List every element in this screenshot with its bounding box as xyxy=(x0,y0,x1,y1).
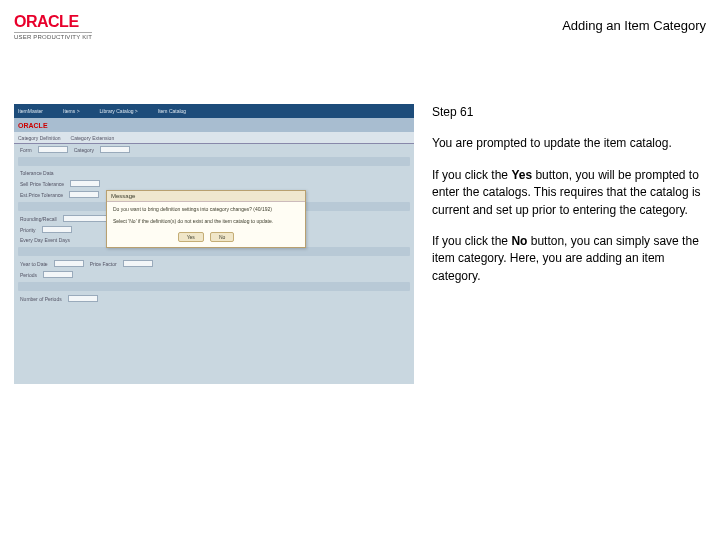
ss-oracle-logo: ORACLE xyxy=(18,122,48,129)
oracle-logo-subtitle: USER PRODUCTIVITY KIT xyxy=(14,32,92,40)
oracle-logo: ORACLE xyxy=(14,14,79,30)
ss-tabs: Category Definition Category Extension xyxy=(14,132,414,144)
ss-topbar-item: Library Catalog > xyxy=(100,108,138,114)
ss-dialog: Message Do you want to bring definition … xyxy=(106,190,306,248)
ss-dialog-title: Message xyxy=(107,191,305,202)
step-label: Step 61 xyxy=(432,104,706,121)
ss-brandbar: ORACLE xyxy=(14,118,414,132)
page-title: Adding an Item Category xyxy=(562,18,706,33)
no-bold: No xyxy=(511,234,527,248)
ss-topbar-item: ItemMaster xyxy=(18,108,43,114)
yes-button[interactable]: Yes xyxy=(178,232,204,242)
ss-dialog-text: Select 'No' if the definition(s) do not … xyxy=(113,218,299,226)
ss-tab: Category Definition xyxy=(18,135,61,141)
ss-topbar-item: Item Catalog xyxy=(158,108,186,114)
ss-tab: Category Extension xyxy=(71,135,115,141)
instruction-paragraph: If you click the No button, you can simp… xyxy=(432,233,706,285)
oracle-logo-block: ORACLE USER PRODUCTIVITY KIT xyxy=(14,14,92,40)
embedded-screenshot: ItemMaster Items > Library Catalog > Ite… xyxy=(14,104,414,384)
instructions-panel: Step 61 You are prompted to update the i… xyxy=(414,104,706,526)
yes-bold: Yes xyxy=(511,168,532,182)
no-button[interactable]: No xyxy=(210,232,234,242)
ss-topbar-item: Items > xyxy=(63,108,80,114)
instruction-paragraph: You are prompted to update the item cata… xyxy=(432,135,706,152)
instruction-paragraph: If you click the Yes button, you will be… xyxy=(432,167,706,219)
ss-dialog-text: Do you want to bring definition settings… xyxy=(113,206,299,214)
ss-topbar: ItemMaster Items > Library Catalog > Ite… xyxy=(14,104,414,118)
